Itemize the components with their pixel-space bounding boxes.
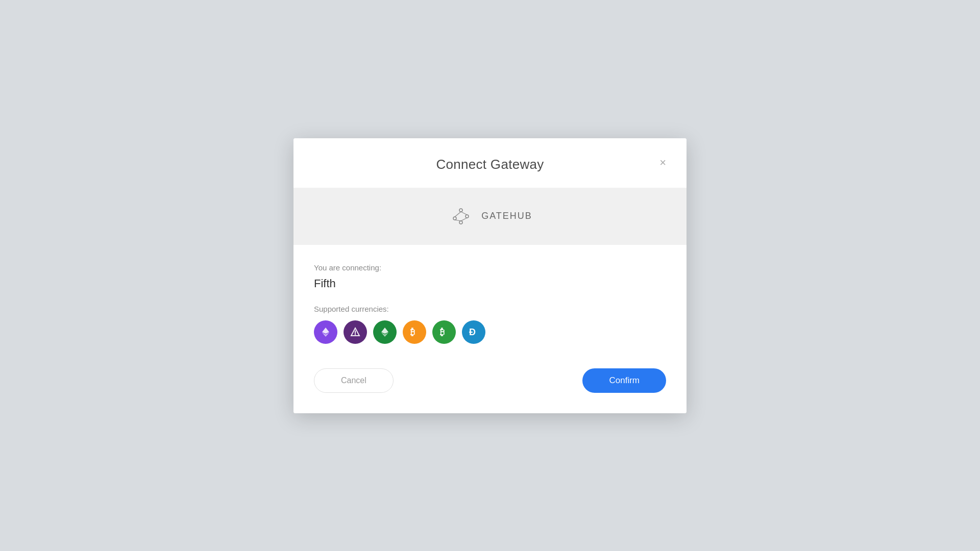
modal-title: Connect Gateway [436, 157, 544, 172]
gatehub-name: GATEHUB [481, 211, 532, 221]
svg-line-4 [455, 212, 461, 217]
currencies-label: Supported currencies: [314, 305, 666, 313]
modal-footer: Cancel Confirm [314, 368, 666, 393]
svg-point-1 [453, 217, 456, 220]
svg-point-12 [355, 334, 356, 335]
gateway-banner: GATEHUB [293, 188, 687, 245]
svg-line-5 [461, 212, 467, 215]
svg-text:₿: ₿ [410, 328, 415, 337]
currency-icons-row: ₿ ₿ Đ [314, 320, 666, 344]
svg-text:Đ: Đ [469, 327, 476, 337]
gatehub-icon [448, 206, 474, 227]
svg-marker-13 [381, 328, 388, 334]
svg-text:₿: ₿ [440, 328, 445, 337]
svg-marker-8 [322, 328, 329, 334]
modal-body: You are connecting: Fifth Supported curr… [293, 245, 687, 413]
confirm-button[interactable]: Confirm [582, 368, 666, 393]
close-button[interactable]: × [657, 155, 668, 170]
currency-etc-icon [373, 320, 397, 344]
currency-btc-icon: ₿ [403, 320, 426, 344]
svg-line-7 [461, 218, 467, 221]
connecting-label: You are connecting: [314, 263, 666, 272]
svg-point-0 [459, 209, 462, 212]
svg-point-2 [459, 221, 462, 224]
currency-aug-icon [344, 320, 367, 344]
modal-header: Connect Gateway × [293, 138, 687, 188]
gatehub-logo: GATEHUB [448, 206, 532, 227]
cancel-button[interactable]: Cancel [314, 368, 394, 393]
currency-dash-icon: Đ [462, 320, 485, 344]
svg-line-6 [455, 220, 461, 221]
connecting-name: Fifth [314, 277, 666, 290]
currency-bch-icon: ₿ [432, 320, 456, 344]
modal-dialog: Connect Gateway × GATEHUB You are connec… [293, 138, 687, 413]
currency-eth-icon [314, 320, 337, 344]
svg-point-3 [465, 215, 469, 218]
